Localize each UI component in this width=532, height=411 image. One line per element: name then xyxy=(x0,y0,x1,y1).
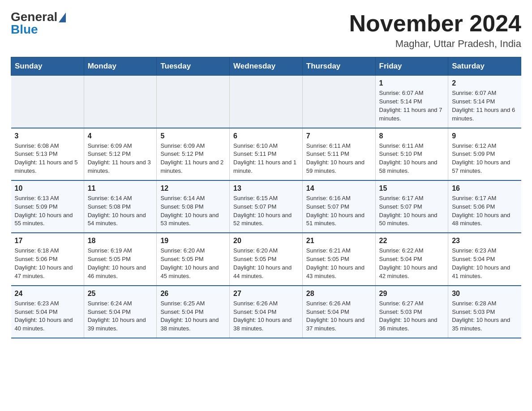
day-info: Sunrise: 6:26 AM Sunset: 5:04 PM Dayligh… xyxy=(233,300,299,333)
day-info: Sunrise: 6:07 AM Sunset: 5:14 PM Dayligh… xyxy=(379,89,445,123)
day-number: 28 xyxy=(306,290,372,298)
calendar-cell: 10Sunrise: 6:13 AM Sunset: 5:09 PM Dayli… xyxy=(11,180,84,233)
day-number: 16 xyxy=(452,184,517,193)
page-header: General Blue November 2024 Maghar, Uttar… xyxy=(11,11,521,50)
day-number: 17 xyxy=(15,237,80,245)
day-number: 19 xyxy=(160,237,226,245)
day-number: 11 xyxy=(88,184,153,193)
day-number: 26 xyxy=(160,290,226,298)
day-info: Sunrise: 6:18 AM Sunset: 5:06 PM Dayligh… xyxy=(15,247,80,280)
day-info: Sunrise: 6:22 AM Sunset: 5:04 PM Dayligh… xyxy=(379,247,445,280)
logo-blue-text: Blue xyxy=(11,23,38,36)
calendar-cell: 26Sunrise: 6:25 AM Sunset: 5:04 PM Dayli… xyxy=(157,286,230,338)
calendar-cell: 13Sunrise: 6:15 AM Sunset: 5:07 PM Dayli… xyxy=(230,180,303,233)
day-info: Sunrise: 6:25 AM Sunset: 5:04 PM Dayligh… xyxy=(160,300,226,333)
day-number: 4 xyxy=(88,132,153,140)
calendar-cell: 16Sunrise: 6:17 AM Sunset: 5:06 PM Dayli… xyxy=(448,180,521,233)
day-number: 25 xyxy=(88,290,153,298)
day-number: 3 xyxy=(15,132,80,140)
calendar-cell: 24Sunrise: 6:23 AM Sunset: 5:04 PM Dayli… xyxy=(11,286,84,338)
calendar-cell: 12Sunrise: 6:14 AM Sunset: 5:08 PM Dayli… xyxy=(157,180,230,233)
weekday-header-friday: Friday xyxy=(375,57,448,76)
day-number: 7 xyxy=(306,132,372,140)
calendar-cell: 9Sunrise: 6:12 AM Sunset: 5:09 PM Daylig… xyxy=(448,128,521,180)
day-info: Sunrise: 6:09 AM Sunset: 5:12 PM Dayligh… xyxy=(160,142,226,176)
calendar-cell: 23Sunrise: 6:23 AM Sunset: 5:04 PM Dayli… xyxy=(448,233,521,285)
weekday-header-thursday: Thursday xyxy=(302,57,375,76)
calendar-cell: 27Sunrise: 6:26 AM Sunset: 5:04 PM Dayli… xyxy=(230,286,303,338)
day-number: 20 xyxy=(233,237,299,245)
day-number: 14 xyxy=(306,184,372,193)
location-subtitle: Maghar, Uttar Pradesh, India xyxy=(349,38,521,50)
calendar-cell: 4Sunrise: 6:09 AM Sunset: 5:12 PM Daylig… xyxy=(84,128,157,180)
weekday-header-saturday: Saturday xyxy=(448,57,521,76)
calendar-week-1: 1Sunrise: 6:07 AM Sunset: 5:14 PM Daylig… xyxy=(11,76,521,128)
day-info: Sunrise: 6:20 AM Sunset: 5:05 PM Dayligh… xyxy=(233,247,299,280)
day-info: Sunrise: 6:14 AM Sunset: 5:08 PM Dayligh… xyxy=(160,194,226,228)
day-info: Sunrise: 6:27 AM Sunset: 5:03 PM Dayligh… xyxy=(379,300,445,333)
calendar-cell: 19Sunrise: 6:20 AM Sunset: 5:05 PM Dayli… xyxy=(157,233,230,285)
logo-general-text: General xyxy=(11,11,57,23)
calendar-week-4: 17Sunrise: 6:18 AM Sunset: 5:06 PM Dayli… xyxy=(11,233,521,285)
calendar-week-2: 3Sunrise: 6:08 AM Sunset: 5:13 PM Daylig… xyxy=(11,128,521,180)
day-info: Sunrise: 6:11 AM Sunset: 5:10 PM Dayligh… xyxy=(379,142,445,176)
calendar-cell xyxy=(11,76,84,128)
day-info: Sunrise: 6:13 AM Sunset: 5:09 PM Dayligh… xyxy=(15,194,80,228)
day-info: Sunrise: 6:23 AM Sunset: 5:04 PM Dayligh… xyxy=(452,247,517,280)
day-info: Sunrise: 6:12 AM Sunset: 5:09 PM Dayligh… xyxy=(452,142,517,176)
day-number: 2 xyxy=(452,79,517,87)
calendar-cell: 6Sunrise: 6:10 AM Sunset: 5:11 PM Daylig… xyxy=(230,128,303,180)
day-info: Sunrise: 6:20 AM Sunset: 5:05 PM Dayligh… xyxy=(160,247,226,280)
title-block: November 2024 Maghar, Uttar Pradesh, Ind… xyxy=(349,11,521,50)
day-number: 22 xyxy=(379,237,445,245)
day-info: Sunrise: 6:26 AM Sunset: 5:04 PM Dayligh… xyxy=(306,300,372,333)
calendar-cell: 20Sunrise: 6:20 AM Sunset: 5:05 PM Dayli… xyxy=(230,233,303,285)
day-number: 6 xyxy=(233,132,299,140)
day-info: Sunrise: 6:14 AM Sunset: 5:08 PM Dayligh… xyxy=(88,194,153,228)
weekday-header-monday: Monday xyxy=(84,57,157,76)
day-info: Sunrise: 6:16 AM Sunset: 5:07 PM Dayligh… xyxy=(306,194,372,228)
day-info: Sunrise: 6:10 AM Sunset: 5:11 PM Dayligh… xyxy=(233,142,299,176)
calendar-cell: 2Sunrise: 6:07 AM Sunset: 5:14 PM Daylig… xyxy=(448,76,521,128)
logo-triangle-icon xyxy=(59,13,66,22)
weekday-header-row: SundayMondayTuesdayWednesdayThursdayFrid… xyxy=(11,57,521,76)
day-number: 24 xyxy=(15,290,80,298)
calendar-cell: 1Sunrise: 6:07 AM Sunset: 5:14 PM Daylig… xyxy=(375,76,448,128)
day-info: Sunrise: 6:19 AM Sunset: 5:05 PM Dayligh… xyxy=(88,247,153,280)
calendar-cell: 18Sunrise: 6:19 AM Sunset: 5:05 PM Dayli… xyxy=(84,233,157,285)
day-number: 8 xyxy=(379,132,445,140)
calendar-cell xyxy=(84,76,157,128)
month-title: November 2024 xyxy=(349,11,521,36)
calendar-cell: 21Sunrise: 6:21 AM Sunset: 5:05 PM Dayli… xyxy=(302,233,375,285)
day-number: 29 xyxy=(379,290,445,298)
day-number: 27 xyxy=(233,290,299,298)
day-info: Sunrise: 6:28 AM Sunset: 5:03 PM Dayligh… xyxy=(452,300,517,333)
day-number: 30 xyxy=(452,290,517,298)
calendar-cell xyxy=(230,76,303,128)
day-number: 23 xyxy=(452,237,517,245)
day-number: 10 xyxy=(15,184,80,193)
calendar-cell xyxy=(302,76,375,128)
calendar-cell: 7Sunrise: 6:11 AM Sunset: 5:11 PM Daylig… xyxy=(302,128,375,180)
calendar-cell xyxy=(157,76,230,128)
day-info: Sunrise: 6:21 AM Sunset: 5:05 PM Dayligh… xyxy=(306,247,372,280)
day-number: 12 xyxy=(160,184,226,193)
day-info: Sunrise: 6:17 AM Sunset: 5:07 PM Dayligh… xyxy=(379,194,445,228)
day-info: Sunrise: 6:24 AM Sunset: 5:04 PM Dayligh… xyxy=(88,300,153,333)
calendar-cell: 28Sunrise: 6:26 AM Sunset: 5:04 PM Dayli… xyxy=(302,286,375,338)
day-number: 15 xyxy=(379,184,445,193)
day-number: 1 xyxy=(379,79,445,87)
weekday-header-tuesday: Tuesday xyxy=(157,57,230,76)
logo: General Blue xyxy=(11,11,66,36)
calendar-cell: 30Sunrise: 6:28 AM Sunset: 5:03 PM Dayli… xyxy=(448,286,521,338)
day-number: 18 xyxy=(88,237,153,245)
day-number: 13 xyxy=(233,184,299,193)
day-info: Sunrise: 6:15 AM Sunset: 5:07 PM Dayligh… xyxy=(233,194,299,228)
calendar-table: SundayMondayTuesdayWednesdayThursdayFrid… xyxy=(11,57,521,338)
calendar-cell: 15Sunrise: 6:17 AM Sunset: 5:07 PM Dayli… xyxy=(375,180,448,233)
day-info: Sunrise: 6:23 AM Sunset: 5:04 PM Dayligh… xyxy=(15,300,80,333)
day-info: Sunrise: 6:09 AM Sunset: 5:12 PM Dayligh… xyxy=(88,142,153,176)
calendar-week-3: 10Sunrise: 6:13 AM Sunset: 5:09 PM Dayli… xyxy=(11,180,521,233)
calendar-cell: 5Sunrise: 6:09 AM Sunset: 5:12 PM Daylig… xyxy=(157,128,230,180)
calendar-cell: 22Sunrise: 6:22 AM Sunset: 5:04 PM Dayli… xyxy=(375,233,448,285)
